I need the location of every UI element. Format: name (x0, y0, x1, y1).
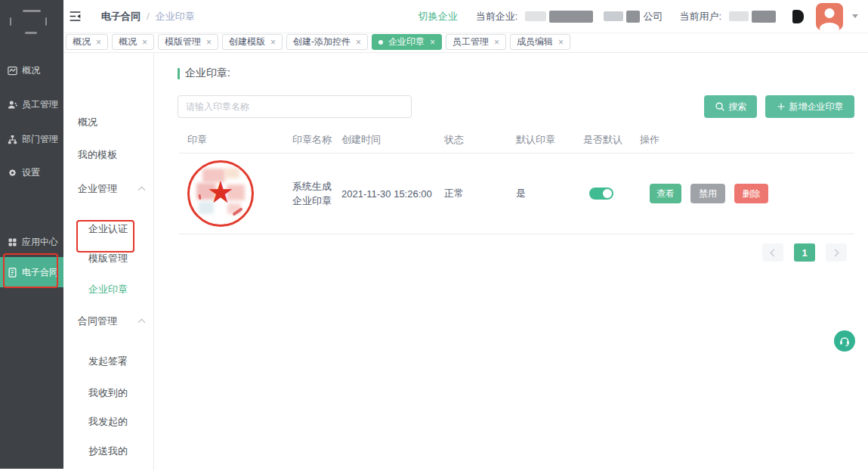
toolbar: 搜索 新增企业印章 (178, 95, 854, 118)
redacted-block (549, 11, 593, 23)
add-seal-button[interactable]: 新增企业印章 (765, 95, 854, 118)
sidebar-item-department[interactable]: 部门管理 (0, 124, 63, 154)
customer-service-button[interactable] (834, 330, 855, 352)
chevron-up-icon (138, 187, 146, 194)
submenu-item-enterprise-mgmt[interactable]: 企业管理 (78, 181, 117, 197)
col-header-is-default: 是否默认 (583, 133, 640, 147)
active-tab-dot-icon (378, 40, 383, 45)
close-icon[interactable]: × (430, 38, 435, 47)
line-chart-icon (7, 65, 18, 76)
submenu-item-cc-me[interactable]: 抄送我的 (88, 444, 128, 459)
close-icon[interactable]: × (206, 38, 212, 47)
header-right: 切换企业 当前企业: 公司 当前用户: (419, 3, 858, 30)
submenu-item-initiated[interactable]: 我发起的 (88, 414, 128, 429)
plus-icon (777, 102, 786, 111)
seal-image-cell: ★ (179, 160, 292, 227)
tab-enterprise-seal[interactable]: 企业印章 × (372, 34, 442, 50)
app-window: 概况 员工管理 部门管理 设置 应用中心 电子合同 概况 我的模板 企业管理 企… (0, 0, 868, 471)
page-title: 企业印章: (178, 67, 868, 80)
sidebar-item-settings[interactable]: 设置 (0, 157, 63, 187)
current-user-value (729, 11, 776, 23)
submenu-item-overview[interactable]: 概况 (78, 115, 97, 130)
breadcrumb-current: 企业印章 (156, 10, 195, 23)
seal-name-search-input[interactable] (178, 95, 412, 118)
created-at-cell: 2021-11-30 15:26:00 (338, 188, 444, 200)
col-header-actions: 操作 (640, 133, 854, 147)
chevron-right-icon (832, 249, 839, 256)
disable-button[interactable]: 禁用 (690, 184, 725, 203)
logo-mark (25, 32, 37, 34)
sidebar-item-e-contract[interactable]: 电子合同 (0, 257, 63, 287)
primary-sidebar: 概况 员工管理 部门管理 设置 应用中心 电子合同 (0, 0, 63, 469)
sidebar-item-staff[interactable]: 员工管理 (0, 89, 63, 119)
avatar-body (820, 23, 839, 30)
redacted-block (604, 11, 623, 21)
col-header-seal-name: 印章名称 (292, 132, 338, 147)
is-default-cell (583, 187, 640, 200)
sidebar-item-label: 设置 (22, 166, 40, 179)
page-title-text: 企业印章: (185, 67, 230, 80)
col-header-created-at: 创建时间 (338, 133, 444, 147)
close-icon[interactable]: × (96, 38, 101, 47)
tab-label: 创建模版 (229, 36, 265, 48)
main-content: 企业印章: 搜索 新增企业印章 印章 印章名称 创建时间 状态 默认印章 是否默… (154, 53, 868, 471)
current-company-label: 当前企业: (476, 10, 518, 23)
delete-button[interactable]: 删除 (734, 184, 768, 203)
page-number-button[interactable]: 1 (794, 243, 815, 262)
tab-member-edit[interactable]: 成员编辑 × (510, 34, 570, 50)
submenu-item-contract-mgmt[interactable]: 合同管理 (78, 314, 117, 329)
sidebar-item-app-center[interactable]: 应用中心 (0, 227, 63, 257)
chevron-left-icon (771, 249, 778, 256)
default-toggle[interactable] (589, 187, 613, 200)
toggle-knob (603, 189, 612, 198)
sidebar-item-label: 应用中心 (22, 236, 58, 249)
tab-label: 概况 (119, 36, 137, 48)
search-button[interactable]: 搜索 (704, 95, 757, 118)
sidebar-item-overview[interactable]: 概况 (0, 55, 63, 85)
title-accent-bar (178, 68, 180, 79)
submenu-item-template-mgmt[interactable]: 模版管理 (88, 251, 128, 266)
tab-create-template[interactable]: 创建模版 × (222, 34, 283, 50)
top-header: 电子合同 / 企业印章 切换企业 当前企业: 公司 当前用户: (63, 0, 868, 33)
submenu-item-received[interactable]: 我收到的 (88, 386, 128, 401)
close-icon[interactable]: × (494, 38, 499, 47)
close-icon[interactable]: × (558, 38, 564, 47)
person-icon (7, 99, 18, 110)
document-icon (7, 267, 18, 278)
tab-create-add-control[interactable]: 创建-添加控件 × (286, 34, 368, 50)
tab-template-mgmt[interactable]: 模版管理 × (158, 34, 218, 50)
default-seal-cell: 是 (514, 187, 583, 200)
view-button[interactable]: 查看 (650, 184, 681, 203)
current-company-value: 公司 (525, 10, 663, 23)
close-icon[interactable]: × (270, 38, 276, 47)
submenu-item-initiate-sign[interactable]: 发起签署 (88, 354, 128, 369)
table-header-row: 印章 印章名称 创建时间 状态 默认印章 是否默认 操作 (179, 127, 854, 153)
submenu-item-enterprise-seal[interactable]: 企业印章 (88, 282, 128, 297)
app-logo (0, 0, 63, 53)
secondary-sidebar: 概况 我的模板 企业管理 企业认证 模版管理 企业印章 合同管理 发起签署 我收… (63, 53, 154, 471)
next-page-button[interactable] (826, 243, 847, 262)
logo-mark (10, 17, 11, 26)
tab-overview-1[interactable]: 概况 × (66, 34, 108, 50)
chevron-down-icon[interactable] (852, 14, 858, 18)
close-icon[interactable]: × (142, 38, 147, 47)
switch-company-link[interactable]: 切换企业 (419, 10, 458, 23)
tab-staff-mgmt[interactable]: 员工管理 × (446, 34, 506, 50)
submenu-item-enterprise-auth[interactable]: 企业认证 (88, 222, 128, 237)
redacted-block (792, 10, 804, 23)
user-avatar[interactable] (816, 3, 843, 30)
collapse-menu-icon[interactable] (66, 8, 83, 25)
breadcrumb-separator: / (147, 11, 150, 22)
sidebar-item-label: 概况 (22, 64, 40, 77)
close-icon[interactable]: × (356, 38, 361, 47)
tab-label: 成员编辑 (517, 36, 553, 48)
current-user-label: 当前用户: (679, 10, 721, 23)
prev-page-button[interactable] (762, 243, 783, 262)
tab-overview-2[interactable]: 概况 × (112, 34, 154, 50)
chevron-up-icon (138, 319, 146, 327)
submenu-item-my-templates[interactable]: 我的模板 (78, 147, 117, 163)
seal-table: 印章 印章名称 创建时间 状态 默认印章 是否默认 操作 (179, 127, 854, 234)
gear-icon (7, 167, 18, 178)
grid-icon (7, 237, 18, 248)
redacted-block (525, 11, 546, 21)
